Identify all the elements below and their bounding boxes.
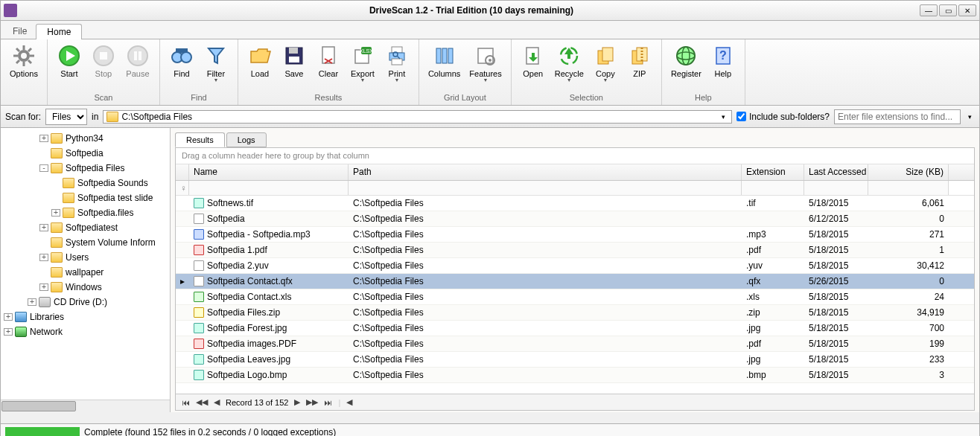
file-menu[interactable]: File	[4, 24, 36, 39]
ext-dropdown-icon[interactable]: ▾	[965, 113, 975, 121]
tab-logs[interactable]: Logs	[226, 132, 267, 147]
table-row[interactable]: Softpedia Contact.xlsC:\Softpedia Files.…	[176, 289, 974, 305]
svg-rect-35	[442, 48, 447, 63]
expand-icon[interactable]: +	[4, 328, 13, 336]
ribbon-label: Options	[10, 69, 38, 78]
tree-label: Softpedia	[66, 148, 104, 158]
include-subfolders-checkbox[interactable]	[736, 112, 746, 121]
close-button[interactable]: ✕	[958, 4, 976, 16]
extension-filter-input[interactable]	[834, 109, 961, 124]
scan-type-select[interactable]: Files	[45, 109, 87, 125]
tree-node[interactable]: +CD Drive (D:)	[4, 295, 170, 310]
tree-node[interactable]: Softpedia test slide	[4, 190, 170, 205]
cell-date: 5/18/2015	[804, 321, 868, 335]
columns-button[interactable]: Columns	[424, 42, 465, 80]
minimize-button[interactable]: —	[920, 4, 938, 16]
nav-next-icon[interactable]: ▶	[294, 397, 300, 407]
table-row[interactable]: Softpedia Leaves.jpgC:\Softpedia Files.j…	[176, 352, 974, 368]
expand-icon[interactable]: -	[39, 164, 48, 172]
tree-node[interactable]: System Volume Inform	[4, 235, 170, 250]
table-row[interactable]: Softpedia Files.zipC:\Softpedia Files.zi…	[176, 305, 974, 321]
file-icon	[194, 323, 204, 333]
nav-first-icon[interactable]: ⏮	[182, 398, 190, 407]
save-button[interactable]: Save	[277, 42, 311, 80]
nav-prev-icon[interactable]: ◀	[214, 397, 220, 407]
expand-icon[interactable]: +	[28, 298, 36, 306]
file-icon	[194, 354, 204, 365]
cell-path: C:\Softpedia Files	[349, 337, 742, 350]
nav-prev-page-icon[interactable]: ◀◀	[196, 397, 208, 407]
nav-next-page-icon[interactable]: ▶▶	[306, 397, 318, 407]
start-button[interactable]: Start	[52, 42, 86, 80]
open-button[interactable]: Open	[516, 42, 550, 80]
path-combo[interactable]: C:\Softpedia Files ▾	[103, 110, 732, 124]
cell-path: C:\Softpedia Files	[349, 275, 742, 288]
expand-icon[interactable]: +	[39, 254, 48, 261]
file-icon	[194, 292, 204, 302]
nav-last-icon[interactable]: ⏭	[324, 398, 332, 407]
options-button[interactable]: Options	[5, 42, 42, 80]
cell-date: 5/18/2015	[804, 228, 868, 241]
filter-button[interactable]: Filter▼	[199, 42, 233, 84]
nav-aux-icon[interactable]: ◀	[346, 397, 352, 407]
path-dropdown-icon[interactable]: ▾	[719, 113, 728, 121]
register-button[interactable]: Register	[666, 42, 706, 80]
tree-node[interactable]: Softpedia Sounds	[4, 176, 170, 190]
tree-scrollbar[interactable]	[1, 400, 170, 412]
tree-node[interactable]: -Softpedia Files	[4, 161, 170, 176]
load-button[interactable]: Load	[243, 42, 277, 80]
cell-date: 5/18/2015	[804, 290, 868, 304]
page-x-icon	[316, 44, 340, 68]
expand-icon[interactable]: +	[39, 283, 48, 291]
expand-icon[interactable]: +	[4, 313, 13, 321]
table-row[interactable]: Softpedia Logo.bmpC:\Softpedia Files.bmp…	[176, 368, 974, 383]
tab-home[interactable]: Home	[36, 24, 82, 39]
table-row[interactable]: Softpedia images.PDFC:\Softpedia Files.p…	[176, 336, 974, 352]
features-button[interactable]: Features▼	[465, 42, 506, 84]
column-name[interactable]: Name	[189, 164, 349, 180]
table-row[interactable]: ▸Softpedia Contact.qfxC:\Softpedia Files…	[176, 274, 974, 289]
tab-results[interactable]: Results	[175, 132, 225, 147]
group-by-hint[interactable]: Drag a column header here to group by th…	[176, 148, 974, 164]
svg-point-0	[19, 51, 28, 60]
clear-button[interactable]: Clear	[311, 42, 346, 80]
export-button[interactable]: XLSXExport▼	[346, 42, 380, 84]
copy-button[interactable]: Copy▼	[588, 42, 623, 84]
tree-node[interactable]: +Softpediatest	[4, 220, 170, 235]
folder-tree[interactable]: +Python34Softpedia-Softpedia FilesSoftpe…	[1, 128, 170, 400]
tree-node[interactable]: +Libraries	[4, 310, 170, 324]
column-path[interactable]: Path	[349, 164, 742, 180]
print-button[interactable]: Print▼	[380, 42, 414, 84]
column-last-accessed[interactable]: Last Accessed	[804, 164, 868, 180]
table-row[interactable]: Softpedia Forest.jpgC:\Softpedia Files.j…	[176, 321, 974, 336]
cell-date: 5/18/2015	[804, 243, 868, 257]
dropdown-icon: ▼	[567, 78, 572, 83]
find-button[interactable]: Find	[165, 42, 199, 80]
zip-button[interactable]: ZIP	[623, 42, 657, 80]
column-extension[interactable]: Extension	[742, 164, 804, 180]
tree-node[interactable]: +Users	[4, 250, 170, 265]
stop-button[interactable]: Stop	[86, 42, 121, 80]
tree-node[interactable]: Softpedia	[4, 146, 170, 161]
grid-filter-row[interactable]: ♀	[176, 181, 974, 196]
table-row[interactable]: SoftpediaC:\Softpedia Files6/12/20150	[176, 211, 974, 227]
expand-icon[interactable]: +	[39, 135, 48, 142]
pause-button[interactable]: Pause	[121, 42, 155, 80]
column-size[interactable]: Size (KB)	[868, 164, 949, 180]
tree-label: Softpedia.files	[77, 208, 133, 218]
tree-node[interactable]: +Network	[4, 324, 170, 339]
expand-icon[interactable]: +	[51, 209, 60, 217]
table-row[interactable]: Softnews.tifC:\Softpedia Files.tif5/18/2…	[176, 196, 974, 211]
recycle-button[interactable]: Recycle▼	[550, 42, 588, 84]
expand-icon[interactable]: +	[39, 224, 48, 231]
tree-node[interactable]: +Python34	[4, 131, 170, 146]
app-hscrollbar[interactable]	[0, 412, 980, 424]
help-button[interactable]: ?Help	[706, 42, 740, 80]
tree-node[interactable]: +Softpedia.files	[4, 205, 170, 220]
maximize-button[interactable]: ▭	[939, 4, 957, 16]
tree-node[interactable]: wallpaper	[4, 265, 170, 280]
table-row[interactable]: Softpedia 1.pdfC:\Softpedia Files.pdf5/1…	[176, 243, 974, 258]
tree-node[interactable]: +Windows	[4, 280, 170, 295]
table-row[interactable]: Softpedia 2.yuvC:\Softpedia Files.yuv5/1…	[176, 258, 974, 274]
table-row[interactable]: Softpedia - Softpedia.mp3C:\Softpedia Fi…	[176, 227, 974, 243]
